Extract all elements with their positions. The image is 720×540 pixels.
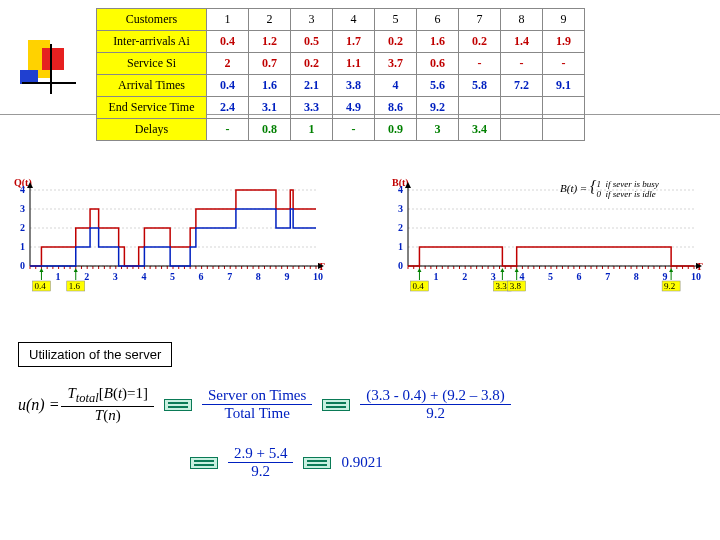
svg-text:8: 8: [256, 271, 261, 282]
formula-row-2: 2.9 + 5.4 9.2 0.9021: [190, 445, 383, 480]
equals-icon: [322, 399, 350, 411]
frac-sum: 2.9 + 5.4 9.2: [228, 445, 293, 480]
svg-text:9: 9: [284, 271, 289, 282]
svg-text:2: 2: [20, 222, 25, 233]
data-table: Customers123456789Inter-arrivals Ai0.41.…: [96, 8, 585, 141]
svg-text:3.8: 3.8: [510, 281, 522, 291]
svg-text:3.3: 3.3: [495, 281, 507, 291]
svg-marker-78: [39, 268, 43, 272]
svg-text:2: 2: [84, 271, 89, 282]
formula-row-1: u(n) = Ttotal[B(t)=1] T(n) Server on Tim…: [18, 385, 511, 424]
svg-text:3: 3: [113, 271, 118, 282]
result: 0.9021: [341, 454, 382, 471]
svg-text:6: 6: [577, 271, 582, 282]
svg-text:2: 2: [398, 222, 403, 233]
svg-text:7: 7: [227, 271, 232, 282]
svg-text:0: 0: [398, 260, 403, 271]
svg-text:0.4: 0.4: [34, 281, 46, 291]
queue-chart: Q(t)T01234123456789100.41.6: [6, 176, 326, 296]
svg-marker-167: [500, 268, 504, 272]
svg-text:8: 8: [634, 271, 639, 282]
svg-text:6: 6: [199, 271, 204, 282]
svg-text:2: 2: [462, 271, 467, 282]
svg-text:4: 4: [141, 271, 146, 282]
svg-text:4: 4: [20, 184, 25, 195]
equals-icon: [164, 399, 192, 411]
svg-text:0: 0: [20, 260, 25, 271]
svg-text:7: 7: [605, 271, 610, 282]
svg-text:10: 10: [691, 271, 701, 282]
svg-text:5: 5: [548, 271, 553, 282]
svg-text:1.6: 1.6: [69, 281, 81, 291]
svg-text:1: 1: [434, 271, 439, 282]
bt-definition: B(t) = {1 if sever is busy0 if sever is …: [560, 178, 659, 199]
frac-numbers: (3.3 - 0.4) + (9.2 – 3.8) 9.2: [360, 387, 510, 422]
svg-text:1: 1: [56, 271, 61, 282]
frac-words: Server on Times Total Time: [202, 387, 312, 422]
svg-text:1: 1: [398, 241, 403, 252]
svg-text:9.2: 9.2: [664, 281, 675, 291]
equals-icon: [303, 457, 331, 469]
equals-icon: [190, 457, 218, 469]
svg-text:10: 10: [313, 271, 323, 282]
svg-marker-171: [515, 268, 519, 272]
svg-marker-163: [417, 268, 421, 272]
svg-marker-175: [669, 268, 673, 272]
svg-text:0.4: 0.4: [412, 281, 424, 291]
svg-marker-82: [74, 268, 78, 272]
svg-text:3: 3: [20, 203, 25, 214]
svg-text:4: 4: [398, 184, 403, 195]
svg-text:3: 3: [398, 203, 403, 214]
formula-lhs: u(n) = Ttotal[B(t)=1] T(n): [18, 385, 154, 424]
slide-logo: [20, 40, 80, 100]
utilization-heading: Utilization of the server: [18, 342, 172, 367]
svg-text:1: 1: [20, 241, 25, 252]
svg-text:5: 5: [170, 271, 175, 282]
